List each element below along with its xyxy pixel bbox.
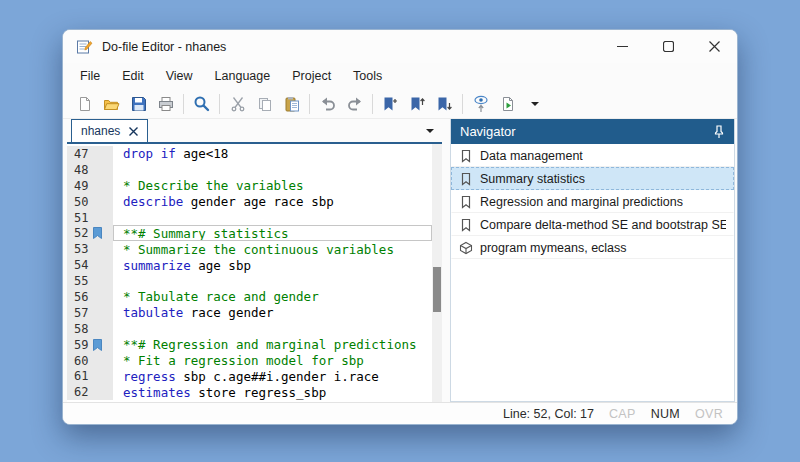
line-gutter[interactable]: 60: [67, 353, 113, 369]
code-line-52[interactable]: 52**# Summary statistics: [67, 225, 432, 241]
code-line-59[interactable]: 59**# Regression and marginal prediction…: [67, 337, 432, 353]
line-gutter[interactable]: 59: [67, 337, 113, 353]
copy-button[interactable]: [251, 91, 278, 116]
code-line-49[interactable]: 49* Describe the variables: [67, 178, 432, 194]
navigator-item[interactable]: program mymeans, eclass: [451, 236, 734, 259]
vertical-scrollbar[interactable]: [432, 144, 442, 402]
previous-bookmark-button[interactable]: [404, 91, 431, 116]
navigator-item[interactable]: Regression and marginal predictions: [451, 190, 734, 213]
title-bar[interactable]: Do-file Editor - nhanes: [63, 30, 737, 63]
code-text[interactable]: summarize age sbp: [113, 257, 432, 273]
line-gutter[interactable]: 51: [67, 210, 113, 226]
code-text[interactable]: describe gender age race sbp: [113, 194, 432, 210]
find-button[interactable]: [188, 91, 215, 116]
next-bookmark-button[interactable]: [431, 91, 458, 116]
cut-button[interactable]: [224, 91, 251, 116]
code-line-48[interactable]: 48: [67, 162, 432, 178]
new-file-icon: [77, 96, 93, 112]
line-gutter[interactable]: 58: [67, 321, 113, 337]
code-text[interactable]: * Fit a regression model for sbp: [113, 353, 432, 369]
line-number: 61: [74, 369, 90, 383]
code-line-56[interactable]: 56* Tabulate race and gender: [67, 289, 432, 305]
bookmark-outline-icon: [459, 195, 473, 209]
code-text[interactable]: [113, 321, 432, 337]
code-token-comment: * Describe the variables: [123, 178, 304, 193]
new-do-file-button[interactable]: [71, 91, 98, 116]
code-lines[interactable]: 47drop if age<184849* Describe the varia…: [67, 144, 432, 402]
code-line-50[interactable]: 50describe gender age race sbp: [67, 194, 432, 210]
open-button[interactable]: [98, 91, 125, 116]
line-gutter[interactable]: 62: [67, 384, 113, 400]
pin-icon[interactable]: [713, 125, 725, 139]
code-text[interactable]: [113, 273, 432, 289]
line-gutter[interactable]: 55: [67, 273, 113, 289]
code-line-51[interactable]: 51: [67, 210, 432, 226]
code-line-55[interactable]: 55: [67, 273, 432, 289]
preview-button[interactable]: [467, 91, 494, 116]
code-line-60[interactable]: 60* Fit a regression model for sbp: [67, 353, 432, 369]
print-button[interactable]: [152, 91, 179, 116]
navigator-header: Navigator: [451, 119, 734, 144]
code-text[interactable]: **# Summary statistics: [113, 225, 432, 241]
code-line-61[interactable]: 61regress sbp c.age##i.gender i.race: [67, 368, 432, 384]
code-text[interactable]: tabulate race gender: [113, 305, 432, 321]
redo-button[interactable]: [341, 91, 368, 116]
menu-tools[interactable]: Tools: [342, 66, 393, 86]
close-icon: [709, 38, 720, 56]
code-line-57[interactable]: 57tabulate race gender: [67, 305, 432, 321]
code-text[interactable]: estimates store regress_sbp: [113, 384, 432, 400]
toggle-bookmark-button[interactable]: [377, 91, 404, 116]
code-text[interactable]: **# Regression and marginal predictions: [113, 337, 432, 353]
line-gutter[interactable]: 54: [67, 257, 113, 273]
indicator-ovr: OVR: [695, 407, 723, 421]
line-gutter[interactable]: 49: [67, 178, 113, 194]
scrollbar-thumb[interactable]: [433, 267, 441, 312]
code-text[interactable]: regress sbp c.age##i.gender i.race: [113, 368, 432, 384]
bookmark-up-icon: [409, 96, 426, 112]
bookmark-icon: [93, 339, 103, 351]
menu-language[interactable]: Language: [204, 66, 282, 86]
code-token-keyword: tabulate: [123, 305, 183, 320]
tab-label: nhanes: [81, 124, 120, 138]
navigator-item[interactable]: Compare delta-method SE and bootstrap SE…: [451, 213, 734, 236]
menu-project[interactable]: Project: [281, 66, 342, 86]
execute-menu-button[interactable]: [521, 91, 548, 116]
execute-do-button[interactable]: [494, 91, 521, 116]
code-text[interactable]: * Describe the variables: [113, 178, 432, 194]
tab-list-dropdown-icon[interactable]: [425, 127, 435, 135]
paste-button[interactable]: [278, 91, 305, 116]
code-line-47[interactable]: 47drop if age<18: [67, 146, 432, 162]
close-button[interactable]: [691, 30, 737, 63]
line-gutter[interactable]: 47: [67, 146, 113, 162]
save-button[interactable]: [125, 91, 152, 116]
line-gutter[interactable]: 61: [67, 368, 113, 384]
toolbar-separator: [219, 94, 220, 114]
menu-edit[interactable]: Edit: [111, 66, 155, 86]
code-text[interactable]: [113, 210, 432, 226]
line-number: 56: [74, 290, 90, 304]
line-gutter[interactable]: 52: [67, 225, 113, 241]
navigator-title: Navigator: [460, 124, 516, 139]
code-line-58[interactable]: 58: [67, 321, 432, 337]
minimize-button[interactable]: [599, 30, 645, 63]
code-text[interactable]: drop if age<18: [113, 146, 432, 162]
line-gutter[interactable]: 56: [67, 289, 113, 305]
tab-nhanes[interactable]: nhanes: [71, 119, 148, 142]
tab-close-icon[interactable]: [129, 127, 138, 136]
code-line-62[interactable]: 62estimates store regress_sbp: [67, 384, 432, 400]
undo-button[interactable]: [314, 91, 341, 116]
line-gutter[interactable]: 57: [67, 305, 113, 321]
navigator-item[interactable]: Summary statistics: [451, 167, 734, 190]
line-gutter[interactable]: 50: [67, 194, 113, 210]
line-gutter[interactable]: 53: [67, 241, 113, 257]
navigator-item[interactable]: Data management: [451, 144, 734, 167]
code-text[interactable]: [113, 162, 432, 178]
maximize-button[interactable]: [645, 30, 691, 63]
menu-view[interactable]: View: [155, 66, 204, 86]
line-gutter[interactable]: 48: [67, 162, 113, 178]
code-line-53[interactable]: 53* Summarize the continuous variables: [67, 241, 432, 257]
code-text[interactable]: * Tabulate race and gender: [113, 289, 432, 305]
code-text[interactable]: * Summarize the continuous variables: [113, 241, 432, 257]
code-line-54[interactable]: 54summarize age sbp: [67, 257, 432, 273]
menu-file[interactable]: File: [69, 66, 111, 86]
